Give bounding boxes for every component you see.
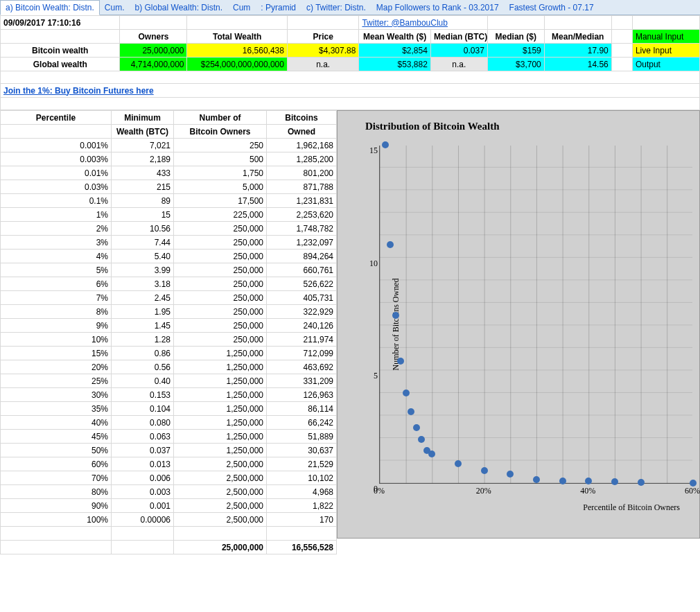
global-mean-wealth: $53,882	[359, 58, 430, 71]
btc-mean-median: 17.90	[544, 44, 611, 58]
tab-4[interactable]: : Pyramid	[256, 1, 301, 15]
summary-grid: 09/09/2017 17:10:16 Twitter: @BambouClub…	[0, 15, 700, 110]
chart-point	[481, 467, 488, 474]
chart-point	[428, 451, 435, 457]
btc-median-btc: 0.037	[430, 44, 487, 58]
total-btc: 16,556,528	[267, 541, 337, 554]
table-row[interactable]: 50%0.0371,250,00030,637	[1, 444, 337, 457]
row-label-btc: Bitcoin wealth	[1, 44, 120, 58]
chart-point	[382, 141, 389, 148]
table-row[interactable]: 0.03%2155,000871,788	[1, 180, 337, 194]
hdr-owners: Owners	[120, 30, 187, 44]
chart-distribution: Distribution of Bitcoin Wealth Number of…	[337, 110, 700, 539]
hdr-mean-median: Mean/Median	[544, 30, 611, 44]
table-row[interactable]: 70%0.0062,500,00010,102	[1, 471, 337, 485]
table-row[interactable]: 1%15225,0002,253,620	[1, 208, 337, 222]
table-row[interactable]: 100%0.000062,500,000170	[1, 513, 337, 527]
global-price: n.a.	[287, 58, 358, 71]
table-row[interactable]: 25%0.401,250,000331,209	[1, 374, 337, 388]
table-row[interactable]: 45%0.0631,250,00051,889	[1, 430, 337, 444]
tab-7[interactable]: Fastest Growth - 07.17	[505, 1, 600, 15]
btc-price[interactable]: $4,307.88	[287, 44, 358, 58]
chart-point	[413, 424, 420, 431]
global-owners[interactable]: 4,714,000,000	[120, 58, 187, 71]
chart-point	[455, 460, 462, 467]
legend-live: Live Input	[632, 44, 699, 58]
table-row[interactable]: 30%0.1531,250,000126,963	[1, 388, 337, 402]
table-row[interactable]: 0.003%2,1895001,285,200	[1, 152, 337, 166]
chart-point	[507, 471, 514, 478]
table-row[interactable]: 4%5.40250,000894,264	[1, 250, 337, 263]
hdr-price: Price	[287, 30, 358, 44]
chart-point	[559, 478, 566, 484]
table-row[interactable]: 15%0.861,250,000712,099	[1, 347, 337, 360]
global-total-wealth[interactable]: $254,000,000,000,000	[187, 58, 287, 71]
table-row[interactable]: 60%0.0132,500,00021,529	[1, 457, 337, 471]
btc-median-usd: $159	[487, 44, 544, 58]
btc-owners[interactable]: 25,000,000	[120, 44, 187, 58]
table-row[interactable]: 0.01%4331,750801,200	[1, 166, 337, 180]
tab-2[interactable]: b) Global Wealth: Distn.	[130, 1, 229, 15]
total-owners: 25,000,000	[174, 541, 267, 554]
table-row[interactable]: 20%0.561,250,000463,692	[1, 360, 337, 374]
chart-xtick: 0%	[374, 486, 385, 496]
row-global-wealth: Global wealth 4,714,000,000 $254,000,000…	[1, 58, 700, 71]
table-row[interactable]: 3%7.44250,0001,232,097	[1, 236, 337, 250]
table-row[interactable]: 90%0.0012,500,0001,822	[1, 499, 337, 513]
chart-xtick: 60%	[685, 486, 700, 496]
chart-point	[387, 241, 394, 248]
table-row[interactable]: 0.1%8917,5001,231,831	[1, 194, 337, 208]
table-row[interactable]: 40%0.0801,250,00066,242	[1, 416, 337, 430]
btc-mean-wealth: $2,854	[359, 44, 430, 58]
chart-point	[533, 476, 540, 483]
chart-title: Distribution of Bitcoin Wealth	[365, 121, 500, 132]
hdr-median-usd: Median ($)	[487, 30, 544, 44]
cta-link[interactable]: Join the 1%: Buy Bitcoin Futures here	[3, 86, 154, 96]
chart-point	[418, 436, 425, 443]
chart-point	[638, 479, 645, 486]
tab-6[interactable]: Map Followers to Rank - 03.2017	[371, 1, 505, 15]
chart-ytick: 10	[368, 258, 378, 268]
chart-point	[408, 408, 414, 415]
chart-point	[397, 358, 404, 365]
table-row[interactable]: 35%0.1041,250,00086,114	[1, 402, 337, 416]
global-median-btc: n.a.	[430, 58, 487, 71]
table-row[interactable]: 2%10.56250,0001,748,782	[1, 222, 337, 236]
table-row[interactable]: 8%1.95250,000322,929	[1, 305, 337, 319]
table-row[interactable]: 80%0.0032,500,0004,968	[1, 485, 337, 499]
table-row[interactable]: 7%2.45250,000405,731	[1, 291, 337, 305]
legend-manual: Manual Input	[632, 30, 699, 44]
legend-output: Output	[632, 58, 699, 71]
chart-ytick: 15	[368, 146, 378, 156]
chart-xtick: 20%	[476, 486, 491, 496]
chart-point	[403, 390, 410, 396]
chart-point	[585, 478, 592, 484]
tab-5[interactable]: c) Twitter: Distn.	[301, 1, 371, 15]
table-row[interactable]: 10%1.28250,000211,974	[1, 333, 337, 347]
distribution-table: PercentileMinimumNumber ofBitcoinsWealth…	[0, 110, 337, 554]
chart-plot-area	[379, 146, 692, 484]
table-row[interactable]: 9%1.45250,000240,126	[1, 319, 337, 333]
chart-point	[392, 312, 399, 319]
twitter-link[interactable]: Twitter: @BambouClub	[362, 18, 448, 28]
table-row[interactable]: 0.001%7,0212501,962,168	[1, 139, 337, 152]
table-row[interactable]: 6%3.18250,000526,622	[1, 277, 337, 291]
hdr-total-wealth: Total Wealth	[187, 30, 287, 44]
tab-1[interactable]: Cum.	[100, 1, 130, 15]
sheet-tab-bar: a) Bitcoin Wealth: Distn.Cum.b) Global W…	[0, 0, 700, 15]
hdr-median-btc: Median (BTC)	[430, 30, 487, 44]
timestamp-cell: 09/09/2017 17:10:16	[1, 16, 120, 30]
chart-xtick: 40%	[580, 486, 595, 496]
table-row[interactable]: 5%3.99250,000660,761	[1, 263, 337, 277]
row-bitcoin-wealth: Bitcoin wealth 25,000,000 16,560,438 $4,…	[1, 44, 700, 58]
tab-0[interactable]: a) Bitcoin Wealth: Distn.	[0, 0, 100, 15]
btc-total-wealth[interactable]: 16,560,438	[187, 44, 287, 58]
tab-3[interactable]: Cum	[228, 1, 256, 15]
chart-ytick: 5	[368, 371, 378, 381]
row-label-global: Global wealth	[1, 58, 120, 71]
chart-xlabel: Percentile of Bitcoin Owners	[583, 502, 680, 513]
global-mean-median: 14.56	[544, 58, 611, 71]
global-median-usd: $3,700	[487, 58, 544, 71]
chart-point	[611, 478, 618, 485]
hdr-mean-wealth: Mean Wealth ($)	[359, 30, 430, 44]
